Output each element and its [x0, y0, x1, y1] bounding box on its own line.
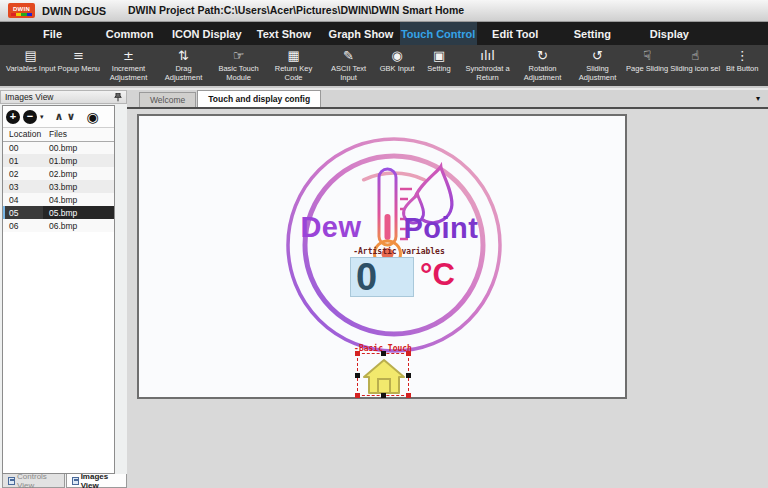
toolbar-button[interactable]: ↺ Sliding Adjustment: [571, 48, 624, 82]
images-table: Location Files 00 00.bmp: [3, 128, 114, 232]
toolbar-button-label: Page Sliding: [626, 65, 668, 74]
toolbar-button-icon: ☝: [691, 48, 699, 63]
resize-handle[interactable]: [381, 393, 386, 398]
resize-handle[interactable]: [355, 351, 360, 356]
document-tab[interactable]: Welcome: [139, 92, 196, 107]
toolbar-button-icon: ↻: [537, 48, 548, 63]
document-tabstrip: Welcome Touch and display config: [127, 90, 768, 109]
toolbar-button[interactable]: ▤ Variables Input: [6, 48, 55, 74]
inner-ring: [305, 156, 483, 334]
images-view-body: + − ▾ ∧ ∨ ◉ Location Files: [2, 105, 115, 474]
variable-value: 0: [351, 258, 413, 296]
design-canvas-page[interactable]: Dew Point -Artistic variables 0 °C -Basi…: [137, 114, 627, 399]
remove-image-button[interactable]: −: [23, 110, 37, 124]
image-filename: 03.bmp: [43, 180, 114, 193]
menu-item[interactable]: Touch Control: [400, 22, 477, 45]
preview-image-button[interactable]: ◉: [86, 109, 98, 125]
resize-handle[interactable]: [406, 393, 411, 398]
toolbar-button[interactable]: ☟ Page Sliding: [626, 48, 668, 74]
toolbar-button[interactable]: ☝ Sliding icon sel: [670, 48, 720, 74]
toolbar-button-label: Sliding icon sel: [670, 65, 720, 74]
toolbar-button-icon: ⋮: [736, 48, 749, 63]
point-title-text: Point: [399, 212, 483, 245]
column-files[interactable]: Files: [43, 128, 114, 141]
toolbar-button-icon: ≡: [73, 48, 84, 63]
toolbar-button[interactable]: ▦ Return Key Code: [267, 48, 320, 82]
dew-title-text: Dew: [294, 211, 368, 244]
toolbar-button[interactable]: ılıl Synchrodat a Return: [461, 48, 514, 82]
resize-handle[interactable]: [406, 373, 411, 378]
resize-handle[interactable]: [355, 373, 360, 378]
toolbar-button[interactable]: ⇅ Drag Adjustment: [157, 48, 210, 82]
menu-bar: File Common ICON Display Text Show Graph…: [0, 22, 768, 45]
menu-item[interactable]: ICON Display: [168, 22, 245, 45]
toolbar-button[interactable]: ≡ Popup Menu: [57, 48, 100, 74]
toolbar-button-label: Synchrodat a Return: [461, 65, 514, 82]
logo-text: DWIN: [13, 6, 30, 13]
toolbar-button-label: Return Key Code: [267, 65, 320, 82]
images-view-header: Images View: [0, 90, 127, 104]
add-image-button[interactable]: +: [6, 110, 20, 124]
image-filename: 02.bmp: [43, 167, 114, 180]
image-row[interactable]: 04 04.bmp: [3, 193, 114, 206]
toolbar-button[interactable]: ☞ Basic Touch Module: [212, 48, 265, 82]
unit-text: °C: [420, 257, 455, 293]
toolbar-button-icon: ☟: [643, 48, 651, 63]
image-location: 05: [3, 206, 43, 219]
dgus-window: DWIN DWIN DGUS DWIN Project Path:C:\User…: [0, 0, 768, 488]
images-view-title: Images View: [5, 92, 54, 102]
move-up-button[interactable]: ∧: [55, 110, 64, 123]
image-filename: 00.bmp: [43, 141, 114, 154]
app-name: DWIN DGUS: [42, 5, 106, 17]
image-row[interactable]: 00 00.bmp: [3, 141, 114, 154]
toolbar-button[interactable]: ± Increment Adjustment: [102, 48, 155, 82]
toolbar-button-label: ASCII Text Input: [322, 65, 375, 82]
toolbar-button-label: Sliding Adjustment: [571, 65, 624, 82]
toolbar-button[interactable]: ↻ Rotation Adjustment: [516, 48, 569, 82]
image-location: 02: [3, 167, 43, 180]
menu-item[interactable]: File: [14, 22, 91, 45]
menu-item[interactable]: Common: [91, 22, 168, 45]
image-location: 06: [3, 219, 43, 232]
document-tab[interactable]: Touch and display config: [197, 90, 321, 107]
logo-stripe: [11, 13, 32, 16]
image-row[interactable]: 03 03.bmp: [3, 180, 114, 193]
column-location[interactable]: Location: [3, 128, 43, 141]
project-path: DWIN Project Path:C:\Users\Acer\Pictures…: [128, 4, 464, 16]
menu-item[interactable]: Edit Tool: [477, 22, 554, 45]
menu-item[interactable]: Text Show: [245, 22, 322, 45]
toolbar-button-label: Variables Input: [6, 65, 55, 74]
pin-icon[interactable]: [114, 93, 122, 102]
image-row[interactable]: 01 01.bmp: [3, 154, 114, 167]
menu-item[interactable]: Setting: [554, 22, 631, 45]
resize-handle[interactable]: [406, 351, 411, 356]
menu-item[interactable]: Display: [631, 22, 708, 45]
artistic-variable-control[interactable]: 0: [350, 257, 414, 297]
image-location: 03: [3, 180, 43, 193]
toolbar-button[interactable]: ▣ Setting: [419, 48, 459, 74]
image-row[interactable]: 02 02.bmp: [3, 167, 114, 180]
toolbar-button-icon: ▤: [25, 48, 37, 63]
toolbar-button-label: GBK Input: [380, 65, 415, 74]
view-tab[interactable]: Images View: [66, 474, 127, 488]
toolbar-button[interactable]: ◉ GBK Input: [377, 48, 417, 74]
image-filename: 04.bmp: [43, 193, 114, 206]
image-row[interactable]: 05 05.bmp: [3, 206, 114, 219]
toolbar-button-label: Basic Touch Module: [212, 65, 265, 82]
remove-options-caret-icon[interactable]: ▾: [40, 113, 44, 121]
images-view-toolbar: + − ▾ ∧ ∨ ◉: [3, 106, 114, 128]
basic-touch-control[interactable]: [357, 353, 409, 396]
view-tab[interactable]: Controls View: [2, 474, 65, 488]
tab-overflow-caret-icon[interactable]: ▾: [756, 94, 760, 103]
toolbar-button[interactable]: ⋮ Bit Button: [722, 48, 762, 74]
toolbar-button-icon: ✎: [343, 48, 354, 63]
move-down-button[interactable]: ∨: [66, 110, 75, 123]
image-row[interactable]: 06 06.bmp: [3, 219, 114, 232]
home-icon: [362, 358, 406, 394]
resize-handle[interactable]: [355, 393, 360, 398]
resize-handle[interactable]: [381, 351, 386, 356]
menu-item[interactable]: Graph Show: [322, 22, 399, 45]
artistic-variable-label: -Artistic variables: [342, 247, 456, 256]
panel-tab-icon: [8, 477, 15, 485]
toolbar-button[interactable]: ✎ ASCII Text Input: [322, 48, 375, 82]
